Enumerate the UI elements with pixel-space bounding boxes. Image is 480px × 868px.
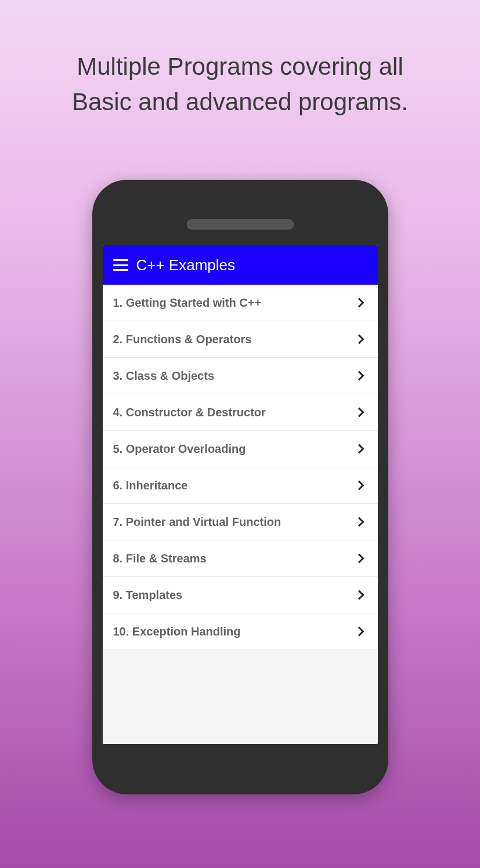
list-item-label: 9. Templates xyxy=(113,589,183,602)
chevron-right-icon xyxy=(354,408,364,417)
promo-headline: Multiple Programs covering all Basic and… xyxy=(0,0,480,120)
list-item[interactable]: 6. Inheritance xyxy=(103,467,378,504)
list-item-label: 8. File & Streams xyxy=(113,552,207,565)
chevron-right-icon xyxy=(354,298,364,308)
app-bar: C++ Examples xyxy=(103,245,378,285)
chevron-right-icon xyxy=(354,517,364,527)
list-item-label: 3. Class & Objects xyxy=(113,369,215,383)
chevron-right-icon xyxy=(354,335,364,344)
chevron-right-icon xyxy=(354,481,364,491)
chevron-right-icon xyxy=(354,627,364,637)
list-item[interactable]: 4. Constructor & Destructor xyxy=(103,394,378,431)
headline-line-2: Basic and advanced programs. xyxy=(0,85,480,120)
list-item-label: 7. Pointer and Virtual Function xyxy=(113,515,281,529)
menu-icon[interactable] xyxy=(113,259,128,271)
phone-screen: C++ Examples 1. Getting Started with C++… xyxy=(103,245,378,744)
headline-line-1: Multiple Programs covering all xyxy=(0,49,480,85)
app-title: C++ Examples xyxy=(136,256,236,274)
chevron-right-icon xyxy=(354,590,364,600)
list-item-label: 6. Inheritance xyxy=(113,479,188,492)
chevron-right-icon xyxy=(354,371,364,381)
list-item-label: 5. Operator Overloading xyxy=(113,442,246,456)
list-item[interactable]: 7. Pointer and Virtual Function xyxy=(103,504,378,540)
list-item[interactable]: 8. File & Streams xyxy=(103,540,378,577)
list-item-label: 1. Getting Started with C++ xyxy=(113,296,262,310)
phone-speaker xyxy=(186,219,294,230)
chevron-right-icon xyxy=(354,554,364,564)
list-item[interactable]: 9. Templates xyxy=(103,577,378,613)
phone-top-bezel xyxy=(103,190,378,245)
topic-list: 1. Getting Started with C++ 2. Functions… xyxy=(103,285,378,744)
list-item[interactable]: 5. Operator Overloading xyxy=(103,431,378,467)
list-item[interactable]: 3. Class & Objects xyxy=(103,358,378,394)
list-item-label: 2. Functions & Operators xyxy=(113,333,252,346)
phone-frame: C++ Examples 1. Getting Started with C++… xyxy=(92,180,388,794)
list-item[interactable]: 10. Exception Handling xyxy=(103,613,378,650)
list-item-label: 4. Constructor & Destructor xyxy=(113,406,266,419)
list-item[interactable]: 2. Functions & Operators xyxy=(103,321,378,358)
list-item[interactable]: 1. Getting Started with C++ xyxy=(103,285,378,321)
list-item-label: 10. Exception Handling xyxy=(113,625,241,638)
chevron-right-icon xyxy=(354,444,364,454)
